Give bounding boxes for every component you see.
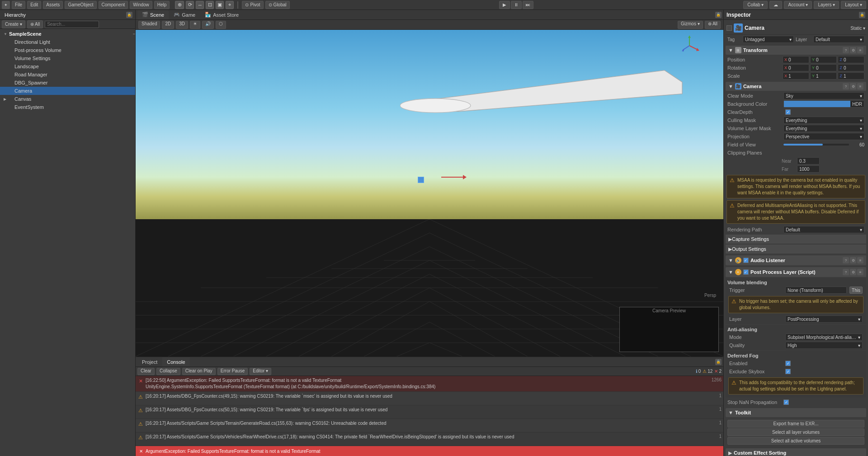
transform-tool-2[interactable]: ⟳ <box>186 1 194 9</box>
step-button[interactable]: ⏭ <box>523 1 533 9</box>
export-exr-btn[interactable]: Export frame to EXR... <box>727 420 864 428</box>
scale-y[interactable]: Y 1 <box>810 72 837 80</box>
stop-nan-checkbox[interactable]: ✓ <box>783 400 789 405</box>
assetstore-tab[interactable]: 🏪 Asset Store <box>200 10 243 19</box>
hierarchy-item-canvas[interactable]: ▶ Canvas <box>0 95 135 103</box>
culling-mask-value[interactable]: Everything ▾ <box>783 117 864 124</box>
window-menu[interactable]: Window <box>130 1 152 9</box>
audio-menu-btn[interactable]: ≡ <box>857 257 863 263</box>
hierarchy-item-roadmanager[interactable]: Road Manager <box>0 71 135 79</box>
hierarchy-create-btn[interactable]: Create ▾ <box>2 20 25 28</box>
custom-effect-header[interactable]: ▶ Custom Effect Sorting <box>726 448 866 456</box>
position-z[interactable]: Z 0 <box>838 56 864 63</box>
audio-info-btn[interactable]: ? <box>843 257 849 263</box>
fov-slider[interactable] <box>783 144 849 146</box>
console-row-warn1[interactable]: ⚠ [16:20:17] Assets/DBG_FpsCounter.cs(49… <box>136 392 723 405</box>
rotation-y[interactable]: Y 0 <box>810 64 837 71</box>
aa-quality-value[interactable]: High ▾ <box>785 342 863 349</box>
position-x[interactable]: X 0 <box>783 56 809 63</box>
hierarchy-lock-icon[interactable]: 🔒 <box>126 12 132 18</box>
console-row-warn4[interactable]: ⚠ [16:20:17] Assets/Scripts/Game Scripts… <box>136 432 723 446</box>
capture-settings[interactable]: ▶ Capture Settings <box>726 235 866 244</box>
camera-settings-btn[interactable]: ⚙ <box>850 83 856 89</box>
projection-value[interactable]: Perspective ▾ <box>783 133 864 140</box>
edit-menu[interactable]: Edit <box>27 1 41 9</box>
cloud-btn[interactable]: ☁ <box>769 1 782 9</box>
inspector-lock-icon[interactable]: 🔒 <box>859 12 865 18</box>
clear-mode-value[interactable]: Sky ▾ <box>783 92 864 99</box>
view-lock-icon[interactable]: 🔒 <box>715 12 722 18</box>
audio-settings-btn[interactable]: ⚙ <box>850 257 856 263</box>
tag-value[interactable]: Untagged ▾ <box>743 36 794 43</box>
position-y[interactable]: Y 0 <box>810 56 837 63</box>
object-name[interactable]: Camera <box>745 25 849 31</box>
hierarchy-all-btn[interactable]: ⊛ All <box>27 20 43 28</box>
console-tab[interactable]: Console <box>162 357 189 367</box>
hierarchy-tab[interactable]: Hierarchy <box>3 12 28 18</box>
transform-menu-btn[interactable]: ≡ <box>857 47 863 53</box>
collab-btn[interactable]: Collab ▾ <box>743 1 768 9</box>
rotation-z[interactable]: Z 0 <box>838 64 864 71</box>
pp-info-btn[interactable]: ? <box>843 269 849 275</box>
transform-section-header[interactable]: ▼ ⊞ Transform ? ⚙ ≡ <box>726 46 866 55</box>
hierarchy-item-volumesettings[interactable]: Volume Settings <box>0 54 135 62</box>
camera-info-btn[interactable]: ? <box>843 83 849 89</box>
assets-menu[interactable]: Assets <box>43 1 63 9</box>
effects-btn[interactable]: ⬡ <box>216 21 226 29</box>
transform-tool-5[interactable]: ▣ <box>216 1 224 9</box>
select-active-btn[interactable]: Select all active volumes <box>727 437 864 445</box>
clear-depth-checkbox[interactable]: ✓ <box>785 109 791 115</box>
console-errorpause-btn[interactable]: Error Pause <box>217 368 248 375</box>
file-menu[interactable]: File <box>12 1 25 9</box>
audio-btn[interactable]: 🔊 <box>202 21 214 29</box>
select-layer-btn[interactable]: Select all layer volumes <box>727 428 864 436</box>
scene-tab[interactable]: 🎬 Scene <box>137 10 169 19</box>
account-btn[interactable]: Account ▾ <box>784 1 812 9</box>
layers-btn[interactable]: Layers ▾ <box>814 1 839 9</box>
scene-minus-icon[interactable]: − <box>133 32 135 36</box>
postprocess-header[interactable]: ▼ ✦ ✓ Post Process Layer (Script) ? ⚙ ≡ <box>726 267 866 277</box>
transform-info-btn[interactable]: ? <box>843 47 849 53</box>
pp-menu-btn[interactable]: ≡ <box>857 269 863 275</box>
pause-button[interactable]: ⏸ <box>511 1 522 9</box>
hierarchy-item-camera[interactable]: Camera <box>0 87 135 95</box>
audio-listener-checkbox[interactable]: ✓ <box>743 258 749 263</box>
transform-tool-6[interactable]: ⌖ <box>226 1 234 9</box>
bg-color-value[interactable]: HDR <box>783 100 864 108</box>
layout-btn[interactable]: Layout ▾ <box>841 1 866 9</box>
console-row-warn3[interactable]: ⚠ [16:20:17] Assets/Scripts/Game Scripts… <box>136 419 723 432</box>
near-value[interactable]: 0.3 <box>797 157 820 165</box>
postprocess-checkbox[interactable]: ✓ <box>743 269 749 275</box>
game-tab[interactable]: 🎮 Game <box>169 10 200 19</box>
pivot-btn[interactable]: ⊙ Pivot <box>242 1 263 9</box>
output-settings[interactable]: ▶ Output Settings <box>726 244 866 254</box>
project-tab[interactable]: Project <box>137 357 162 367</box>
aa-mode-value[interactable]: Subpixel Morphological Anti-aliasing (SM… <box>785 334 863 341</box>
all-btn[interactable]: ⊛ All <box>705 21 721 29</box>
component-menu[interactable]: Component <box>99 1 128 9</box>
transform-tool-4[interactable]: ⊡ <box>206 1 214 9</box>
console-row-warn2[interactable]: ⚠ [16:20:17] Assets/DBG_FpsCounter.cs(50… <box>136 405 723 419</box>
console-editor-btn[interactable]: Editor ▾ <box>250 368 271 375</box>
volume-layer-value[interactable]: Everything ▾ <box>783 125 864 132</box>
axis-gizmo[interactable] <box>678 34 701 61</box>
clear-depth-value[interactable]: ✓ <box>783 108 864 116</box>
pp-settings-btn[interactable]: ⚙ <box>850 269 856 275</box>
console-clear-btn[interactable]: Clear <box>137 368 155 375</box>
scale-x[interactable]: X 1 <box>783 72 809 80</box>
hierarchy-search[interactable] <box>45 21 99 28</box>
camera-section-header[interactable]: ▼ 🎥 Camera ? ⚙ ≡ <box>726 82 866 91</box>
3d-btn[interactable]: 3D <box>176 21 188 29</box>
camera-menu-btn[interactable]: ≡ <box>857 83 863 89</box>
fog-skybox-checkbox[interactable]: ✓ <box>785 369 791 374</box>
rendering-path-value[interactable]: Default ▾ <box>783 226 864 233</box>
hierarchy-item-postprocess[interactable]: Post-process Volume <box>0 46 135 54</box>
object-active-checkbox[interactable] <box>726 25 732 31</box>
static-label[interactable]: Static ▾ <box>850 26 865 31</box>
scene-view[interactable]: Persp Camera Preview <box>136 30 723 357</box>
camera-object[interactable] <box>418 177 424 183</box>
rotation-x[interactable]: X 0 <box>783 64 809 71</box>
global-btn[interactable]: ⊙ Global <box>265 1 290 9</box>
pp-layer-value[interactable]: PostProcessing ▾ <box>785 315 863 323</box>
console-row-error[interactable]: ✕ [16:22:50] ArgumentException: Failed S… <box>136 376 723 392</box>
